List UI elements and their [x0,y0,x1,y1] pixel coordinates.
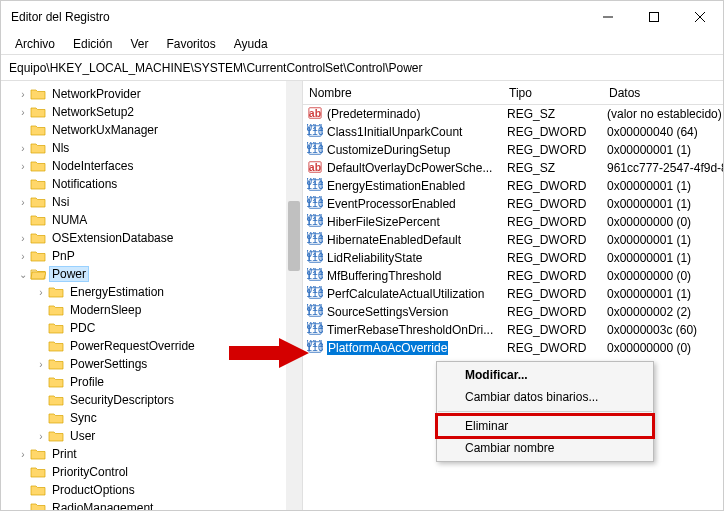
tree-item[interactable]: PDC [16,319,302,337]
chevron-icon[interactable]: › [16,251,30,262]
tree-item[interactable]: ›PnP [16,247,302,265]
tree-item[interactable]: RadioManagement [16,499,302,511]
tree-item[interactable]: ModernSleep [16,301,302,319]
value-row[interactable]: Class1InitialUnparkCountREG_DWORD0x00000… [303,123,723,141]
folder-icon [30,177,46,191]
tree-item[interactable]: ›Nls [16,139,302,157]
menu-item[interactable]: Ver [122,35,156,53]
value-name: PlatformAoAcOverride [327,341,507,355]
value-data: 0x00000002 (2) [607,305,723,319]
menu-item[interactable]: Edición [65,35,120,53]
value-data: 0x00000001 (1) [607,197,723,211]
tree-label: PriorityControl [50,465,130,479]
tree-item[interactable]: ⌄Power [16,265,302,283]
value-data: 0x00000000 (0) [607,269,723,283]
value-row[interactable]: LidReliabilityStateREG_DWORD0x00000001 (… [303,249,723,267]
ctx-separator [438,411,652,412]
tree-item[interactable]: ›User [16,427,302,445]
scrollbar-thumb[interactable] [288,201,300,271]
value-row[interactable]: PlatformAoAcOverrideREG_DWORD0x00000000 … [303,339,723,357]
value-row[interactable]: HibernateEnabledDefaultREG_DWORD0x000000… [303,231,723,249]
column-headers[interactable]: Nombre Tipo Datos [303,81,723,105]
menu-item[interactable]: Archivo [7,35,63,53]
value-data: 0x00000001 (1) [607,179,723,193]
col-type[interactable]: Tipo [503,86,603,100]
tree-item[interactable]: SecurityDescriptors [16,391,302,409]
tree-item[interactable]: ›Print [16,445,302,463]
folder-icon [48,393,64,407]
menu-item[interactable]: Ayuda [226,35,276,53]
value-row[interactable]: (Predeterminado)REG_SZ(valor no establec… [303,105,723,123]
folder-icon [30,87,46,101]
ctx-delete[interactable]: Eliminar [437,415,653,437]
tree-item[interactable]: Profile [16,373,302,391]
tree-label: NodeInterfaces [50,159,135,173]
window-buttons [585,1,723,33]
tree-item[interactable]: NUMA [16,211,302,229]
ctx-rename[interactable]: Cambiar nombre [437,437,653,459]
chevron-icon[interactable]: › [16,161,30,172]
chevron-icon[interactable]: › [34,431,48,442]
maximize-button[interactable] [631,1,677,33]
value-row[interactable]: EnergyEstimationEnabledREG_DWORD0x000000… [303,177,723,195]
value-row[interactable]: PerfCalculateActualUtilizationREG_DWORD0… [303,285,723,303]
value-data: 0x00000001 (1) [607,233,723,247]
folder-icon [48,357,64,371]
tree-label: ModernSleep [68,303,143,317]
tree-item[interactable]: Notifications [16,175,302,193]
value-name: HiberFileSizePercent [327,215,507,229]
chevron-icon[interactable]: › [16,143,30,154]
chevron-icon[interactable]: ⌄ [16,269,30,280]
tree-item[interactable]: ›NetworkProvider [16,85,302,103]
col-data[interactable]: Datos [603,86,723,100]
value-row[interactable]: EventProcessorEnabledREG_DWORD0x00000001… [303,195,723,213]
tree-item[interactable]: Sync [16,409,302,427]
col-name[interactable]: Nombre [303,86,503,100]
tree-item[interactable]: PriorityControl [16,463,302,481]
chevron-icon[interactable]: › [16,449,30,460]
tree-panel[interactable]: ›NetworkProvider›NetworkSetup2NetworkUxM… [1,81,303,511]
tree-item[interactable]: ›PowerSettings [16,355,302,373]
menu-item[interactable]: Favoritos [158,35,223,53]
ctx-modify[interactable]: Modificar... [437,364,653,386]
chevron-icon[interactable]: › [16,89,30,100]
value-type: REG_DWORD [507,269,607,283]
chevron-icon[interactable]: › [16,197,30,208]
value-row[interactable]: DefaultOverlayDcPowerSche...REG_SZ961cc7… [303,159,723,177]
tree-item[interactable]: NetworkUxManager [16,121,302,139]
tree-scrollbar[interactable] [286,81,302,511]
chevron-icon[interactable]: › [16,107,30,118]
tree-label: RadioManagement [50,501,155,511]
tree-item[interactable]: ›NodeInterfaces [16,157,302,175]
value-type: REG_DWORD [507,215,607,229]
folder-icon [30,465,46,479]
tree-item[interactable]: ›Nsi [16,193,302,211]
value-row[interactable]: SourceSettingsVersionREG_DWORD0x00000002… [303,303,723,321]
tree-item[interactable]: ProductOptions [16,481,302,499]
chevron-icon[interactable]: › [34,287,48,298]
value-row[interactable]: HiberFileSizePercentREG_DWORD0x00000000 … [303,213,723,231]
tree-item[interactable]: ›EnergyEstimation [16,283,302,301]
tree-item[interactable]: PowerRequestOverride [16,337,302,355]
reg-string-icon [307,160,323,176]
chevron-icon[interactable]: › [34,359,48,370]
reg-binary-icon [307,232,323,248]
chevron-icon[interactable]: › [16,233,30,244]
titlebar: Editor del Registro [1,1,723,33]
ctx-modify-binary[interactable]: Cambiar datos binarios... [437,386,653,408]
folder-icon [30,501,46,511]
close-button[interactable] [677,1,723,33]
tree-label: Notifications [50,177,119,191]
tree-label: User [68,429,97,443]
value-row[interactable]: MfBufferingThresholdREG_DWORD0x00000000 … [303,267,723,285]
value-type: REG_DWORD [507,125,607,139]
value-row[interactable]: CustomizeDuringSetupREG_DWORD0x00000001 … [303,141,723,159]
tree-item[interactable]: ›OSExtensionDatabase [16,229,302,247]
value-data: 961cc777-2547-4f9d-81 [607,161,723,175]
minimize-button[interactable] [585,1,631,33]
value-data: 0x00000000 (0) [607,341,723,355]
reg-binary-icon [307,178,323,194]
value-row[interactable]: TimerRebaseThresholdOnDri...REG_DWORD0x0… [303,321,723,339]
tree-item[interactable]: ›NetworkSetup2 [16,103,302,121]
address-bar[interactable]: Equipo\HKEY_LOCAL_MACHINE\SYSTEM\Current… [1,55,723,81]
